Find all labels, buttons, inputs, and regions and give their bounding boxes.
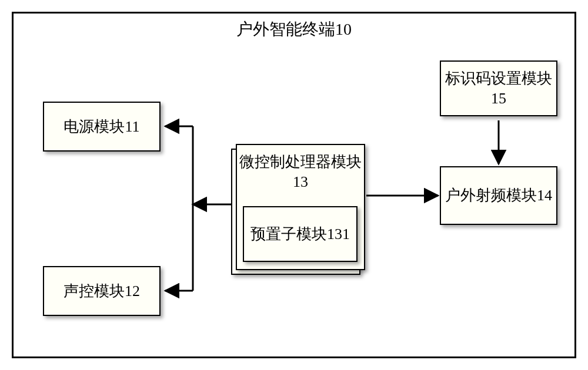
node-id: 标识码设置模块15 [440,60,557,116]
node-power: 电源模块11 [43,102,161,152]
node-voice: 声控模块12 [43,266,161,316]
node-preset: 预置子模块131 [243,206,358,262]
node-voice-label: 声控模块12 [64,281,140,301]
node-preset-label: 预置子模块131 [250,224,350,244]
node-mcu-label: 微控制处理器模块13 [237,152,364,192]
system-container: 户外智能终端10 电源模块11 声控模块12 微控制处理器模块13 预置子模块1… [12,12,576,358]
diagram-title: 户外智能终端10 [14,18,574,41]
node-rf: 户外射频模块14 [440,166,557,225]
node-rf-label: 户外射频模块14 [445,186,552,206]
node-id-label: 标识码设置模块15 [441,69,556,109]
node-power-label: 电源模块11 [64,117,139,137]
